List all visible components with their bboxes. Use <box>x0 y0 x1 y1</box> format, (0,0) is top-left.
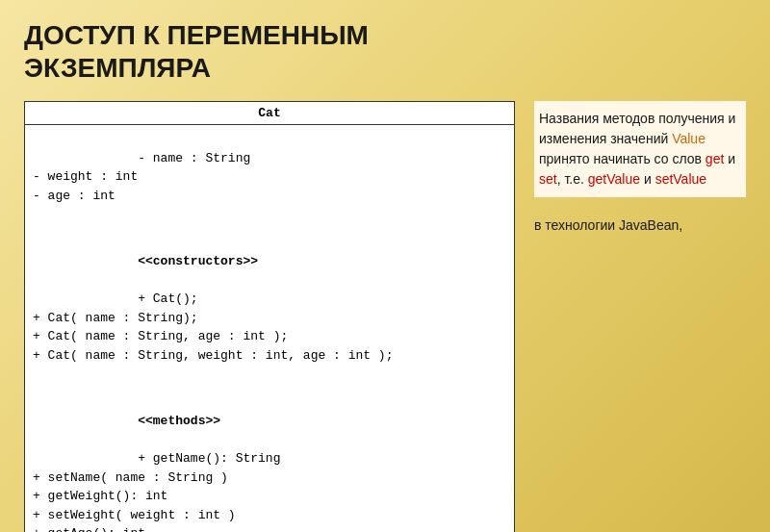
value-highlight: Value <box>672 131 706 146</box>
annotation-text: Названия методов получения и изменения з… <box>539 109 741 190</box>
get-highlight: get <box>706 151 724 166</box>
uml-attributes: - name : String - weight : int - age : i… <box>25 125 514 229</box>
methods-content: + getName(): String + setName( name : St… <box>33 451 280 532</box>
getValue-highlight: getValue <box>588 171 640 187</box>
content-area: Cat - name : String - weight : int - age… <box>24 101 746 532</box>
constructors-content: + Cat(); + Cat( name : String); + Cat( n… <box>33 291 393 363</box>
setValue-highlight: setValue <box>655 171 706 187</box>
page: ДОСТУП К ПЕРЕМЕННЫМ ЭКЗЕМПЛЯРА Cat - nam… <box>0 0 770 532</box>
bottom-right-text: в технологии JavaBean, <box>534 215 746 236</box>
right-panel: Названия методов получения и изменения з… <box>534 101 746 532</box>
uml-constructors-section: <<constructors>> + Cat(); + Cat( name : … <box>25 229 514 389</box>
uml-methods-section: <<methods>> + getName(): String + setNam… <box>25 389 514 532</box>
constructors-label: <<constructors>> <box>138 254 258 268</box>
annotation-box: Названия методов получения и изменения з… <box>534 101 746 197</box>
uml-class-table: Cat - name : String - weight : int - age… <box>24 101 515 532</box>
uml-class-name: Cat <box>25 102 514 125</box>
page-title: ДОСТУП К ПЕРЕМЕННЫМ ЭКЗЕМПЛЯРА <box>24 19 746 84</box>
left-panel: Cat - name : String - weight : int - age… <box>24 101 515 532</box>
methods-label: <<methods>> <box>138 414 220 428</box>
set-highlight: set <box>539 171 557 187</box>
